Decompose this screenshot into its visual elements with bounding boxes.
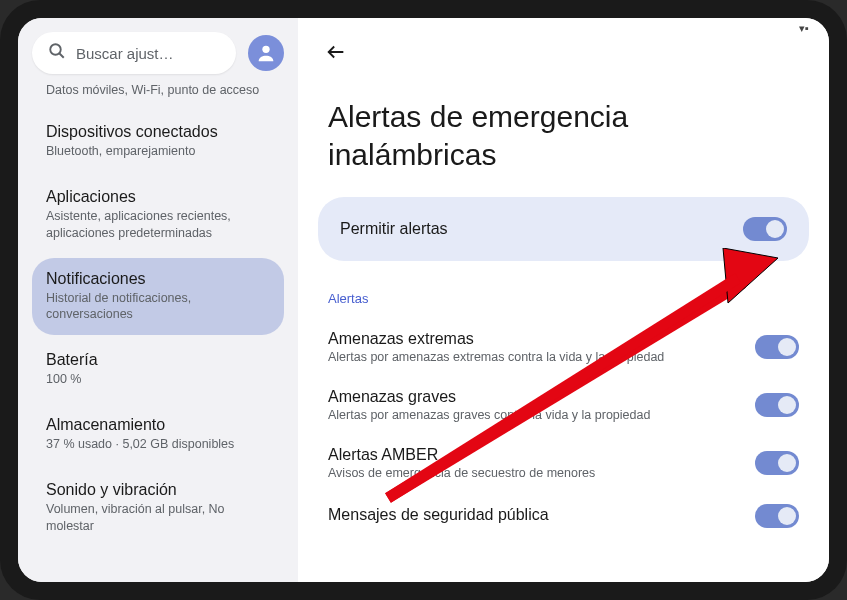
sidebar-list: Datos móviles, Wi-Fi, punto de acceso Di… [18,82,298,582]
permit-alerts-toggle[interactable] [743,217,787,241]
settings-sidebar: Buscar ajust… Datos móviles, Wi-Fi, punt… [18,18,298,582]
sidebar-item-network-partial[interactable]: Datos móviles, Wi-Fi, punto de acceso [32,82,284,111]
sidebar-item-subtitle: 37 % usado · 5,02 GB disponibles [46,436,270,453]
setting-text: Amenazas graves Alertas por amenazas gra… [328,388,650,422]
sidebar-item-battery[interactable]: Batería 100 % [32,339,284,400]
sidebar-item-notifications[interactable]: Notificaciones Historial de notificacion… [32,258,284,336]
sidebar-item-apps[interactable]: Aplicaciones Asistente, aplicaciones rec… [32,176,284,254]
status-bar-icons: ▾▪ [799,22,809,35]
setting-text: Alertas AMBER Avisos de emergencia de se… [328,446,595,480]
content-area: Permitir alertas Alertas Amenazas extrem… [298,197,829,582]
sidebar-item-title: Almacenamiento [46,416,270,434]
arrow-left-icon [325,41,347,63]
setting-title: Mensajes de seguridad pública [328,506,549,524]
sidebar-item-title: Dispositivos conectados [46,123,270,141]
setting-desc: Avisos de emergencia de secuestro de men… [328,466,595,480]
sidebar-item-title: Notificaciones [46,270,270,288]
sidebar-item-subtitle: Volumen, vibración al pulsar, No molesta… [46,501,270,535]
tablet-frame: Buscar ajust… Datos móviles, Wi-Fi, punt… [0,0,847,600]
sidebar-item-title: Sonido y vibración [46,481,270,499]
setting-title: Amenazas graves [328,388,650,406]
setting-public-safety[interactable]: Mensajes de seguridad pública [318,492,809,540]
sidebar-item-subtitle: Datos móviles, Wi-Fi, punto de acceso [46,82,270,99]
screen: Buscar ajust… Datos móviles, Wi-Fi, punt… [18,18,829,582]
setting-title: Alertas AMBER [328,446,595,464]
extreme-threats-toggle[interactable] [755,335,799,359]
sidebar-item-storage[interactable]: Almacenamiento 37 % usado · 5,02 GB disp… [32,404,284,465]
setting-severe-threats[interactable]: Amenazas graves Alertas por amenazas gra… [318,376,809,434]
sidebar-item-title: Batería [46,351,270,369]
setting-extreme-threats[interactable]: Amenazas extremas Alertas por amenazas e… [318,318,809,376]
public-safety-toggle[interactable] [755,504,799,528]
setting-desc: Alertas por amenazas graves contra la vi… [328,408,650,422]
user-icon [255,42,277,64]
sidebar-item-connected-devices[interactable]: Dispositivos conectados Bluetooth, empar… [32,111,284,172]
sidebar-item-subtitle: Bluetooth, emparejamiento [46,143,270,160]
svg-line-1 [59,53,64,58]
setting-text: Amenazas extremas Alertas por amenazas e… [328,330,664,364]
setting-title: Amenazas extremas [328,330,664,348]
search-input[interactable]: Buscar ajust… [32,32,236,74]
severe-threats-toggle[interactable] [755,393,799,417]
search-placeholder: Buscar ajust… [76,45,174,62]
search-icon [48,42,66,64]
sidebar-item-subtitle: Asistente, aplicaciones recientes, aplic… [46,208,270,242]
sidebar-item-subtitle: 100 % [46,371,270,388]
sidebar-item-subtitle: Historial de notificaciones, conversacio… [46,290,270,324]
page-title: Alertas de emergencia inalámbricas [298,78,829,197]
back-button[interactable] [318,34,354,70]
search-row: Buscar ajust… [18,18,298,82]
section-header-alerts: Alertas [318,281,809,318]
sidebar-item-title: Aplicaciones [46,188,270,206]
permit-alerts-label: Permitir alertas [340,220,448,238]
svg-point-0 [50,44,61,55]
sidebar-item-sound[interactable]: Sonido y vibración Volumen, vibración al… [32,469,284,547]
main-header [298,18,829,78]
setting-desc: Alertas por amenazas extremas contra la … [328,350,664,364]
amber-alerts-toggle[interactable] [755,451,799,475]
profile-button[interactable] [248,35,284,71]
setting-amber-alerts[interactable]: Alertas AMBER Avisos de emergencia de se… [318,434,809,492]
main-panel: ▾▪ Alertas de emergencia inalámbricas Pe… [298,18,829,582]
setting-text: Mensajes de seguridad pública [328,506,549,526]
permit-alerts-row[interactable]: Permitir alertas [318,197,809,261]
svg-point-2 [262,46,269,53]
